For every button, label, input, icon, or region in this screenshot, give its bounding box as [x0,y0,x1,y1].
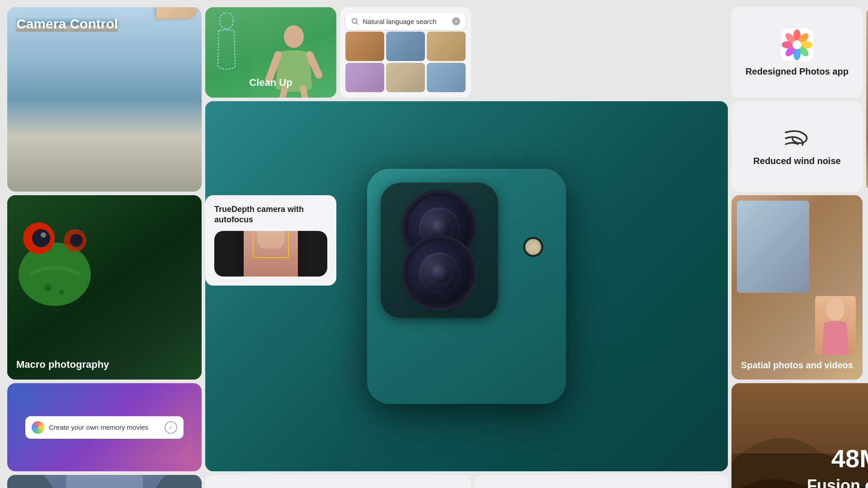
search-icon [351,17,359,25]
svg-rect-30 [66,475,143,488]
ultrawide-card: New Ultra Wide with autofocus [7,475,202,488]
photos-app-card: Redesigned Photos app [731,7,863,98]
photo-results-row [345,32,466,61]
memory-input-text: Create your own memory movies [49,423,160,431]
spatial-label: Spatial photos and videos [741,360,854,371]
photo-thumb-6 [427,63,466,92]
photos-app-title: Redesigned Photos app [745,66,849,77]
photo-thumb-3 [427,32,466,61]
svg-point-29 [826,298,844,321]
svg-point-28 [59,290,64,295]
clean-up-card: Clean Up [205,7,336,98]
truedepth-card: TrueDepth camera with autofocus [205,195,336,286]
search-bar[interactable]: Natural language search × [345,13,466,30]
search-card: Natural language search × [340,7,471,98]
macro-card: Macro photography [7,195,202,380]
svg-point-24 [41,232,46,238]
memory-input-bar[interactable]: Create your own memory movies ✓ [25,416,184,439]
fusion-camera-card: 48MP Fusion camera with 2× Telephoto [731,383,868,488]
lenses-card: 🌼 0.5× 1× 2× Four lenses in your pocket [205,475,471,488]
macro-label: Macro photography [16,359,109,371]
portraits-card: Next-generation portraits with Focus and… [866,7,868,192]
photo-thumb-1 [345,32,384,61]
svg-line-8 [356,23,358,24]
photos-app-icon [781,28,813,61]
svg-point-27 [44,284,52,291]
svg-point-18 [793,40,802,49]
truedepth-phone-mockup [214,231,327,277]
main-camera-card [205,101,728,471]
memory-check-button[interactable]: ✓ [165,421,177,434]
wind-noise-title: Reduced wind noise [753,156,840,166]
svg-line-4 [283,89,285,98]
svg-point-6 [220,13,233,29]
memory-card: Create your own memory movies ✓ [7,383,202,471]
svg-point-23 [32,229,50,247]
svg-line-5 [303,89,305,98]
photo-thumb-5 [386,63,425,92]
fusion-title-sub1: Fusion camera [807,476,868,488]
svg-point-1 [284,25,304,48]
truedepth-title: TrueDepth camera with autofocus [214,204,327,225]
clean-up-label: Clean Up [249,77,292,89]
svg-point-21 [19,243,91,306]
camera-control-card: Camera Control 1× [7,7,202,192]
spatial-card: Spatial photos and videos [731,195,863,380]
siri-icon [32,421,44,434]
svg-point-26 [70,234,83,247]
pause-card: Pause video recording [475,475,728,488]
photo-thumb-2 [386,32,425,61]
fusion-title-main: 48MP [831,445,868,473]
svg-line-3 [310,55,319,75]
search-clear-button[interactable]: × [452,17,460,25]
frog-image [12,202,98,306]
photo-results-row-2 [345,63,466,92]
photo-thumb-4 [345,63,384,92]
wind-noise-card: Reduced wind noise [731,101,863,192]
wind-noise-icon [783,127,811,150]
search-input-text: Natural language search [363,18,448,25]
camera-control-title: Camera Control [16,16,118,32]
